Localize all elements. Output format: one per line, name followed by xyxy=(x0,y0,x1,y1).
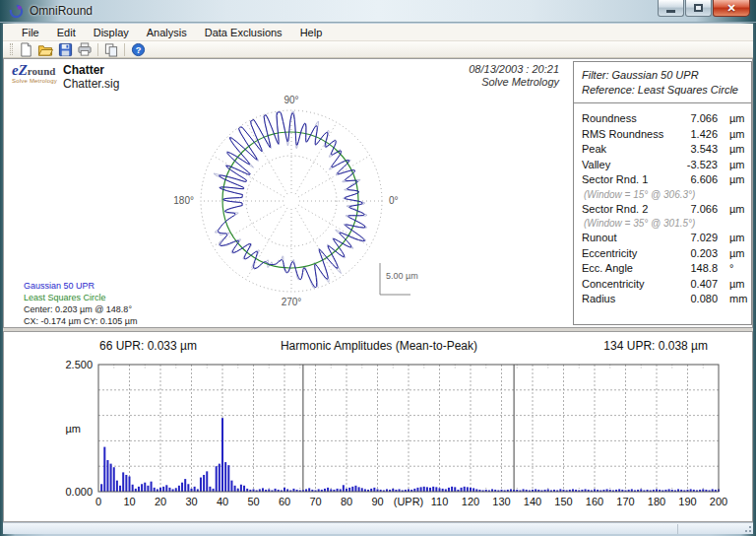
svg-text:90: 90 xyxy=(371,496,383,507)
menu-item-analysis[interactable]: Analysis xyxy=(138,25,196,40)
result-value: 1.426 xyxy=(676,127,718,143)
svg-text:60: 60 xyxy=(279,496,290,507)
svg-text:(UPR): (UPR) xyxy=(394,496,424,507)
help-button[interactable]: ? xyxy=(128,41,148,57)
menu-item-data-exclusions[interactable]: Data Exclusions xyxy=(196,25,291,40)
statusbar-divider xyxy=(677,524,678,534)
result-value: 7.066 xyxy=(676,202,718,218)
result-label: Runout xyxy=(582,231,676,246)
svg-text:20: 20 xyxy=(155,496,166,507)
result-unit: µm xyxy=(718,202,743,218)
filter-line: Filter: Gaussian 50 UPR xyxy=(582,68,743,83)
help-icon: ? xyxy=(131,42,146,57)
legend-center: Center: 0.203 µm @ 148.8° xyxy=(24,303,137,315)
results-header: Filter: Gaussian 50 UPR Reference: Least… xyxy=(574,62,751,103)
new-icon xyxy=(19,42,33,57)
result-row-runout: Runout7.029µm xyxy=(582,231,743,246)
result-unit: µm xyxy=(718,246,743,262)
result-row-ecc-angle: Ecc. Angle148.8° xyxy=(582,261,743,277)
harmonics-view: 66 UPR: 0.033 µm Harmonic Amplitudes (Me… xyxy=(3,331,753,522)
app-icon xyxy=(9,4,24,19)
resize-grip[interactable] xyxy=(742,523,752,533)
svg-text:150: 150 xyxy=(554,496,572,507)
result-value: 148.8 xyxy=(676,261,718,277)
menu-item-help[interactable]: Help xyxy=(291,25,332,40)
result-unit: µm xyxy=(718,172,743,188)
reference-line: Reference: Least Squares Circle xyxy=(582,83,743,98)
svg-text:30: 30 xyxy=(185,496,197,507)
roundness-view: eZround Solve Metrology Chatter Chatter.… xyxy=(3,58,753,328)
result-unit: ° xyxy=(718,261,743,277)
result-row-concentricity: Concentricity0.407µm xyxy=(582,277,743,293)
result-window-note: (Window = 15° @ 306.3°) xyxy=(582,188,743,202)
copy-icon xyxy=(103,42,119,57)
polar-scale-label: 5.00 µm xyxy=(386,271,418,281)
result-value: 3.543 xyxy=(676,142,718,158)
window-controls: ✕ xyxy=(657,0,750,17)
result-label: Concentricity xyxy=(582,277,676,293)
svg-text:270°: 270° xyxy=(282,297,302,307)
legend-filter: Gaussian 50 UPR xyxy=(24,280,137,292)
result-unit: µm xyxy=(718,158,743,173)
results-rows: Roundness7.066µmRMS Roundness1.426µmPeak… xyxy=(574,103,751,307)
harmonic-amplitudes-chart: 0102030405060708090(UPR)1101201301401501… xyxy=(4,332,752,521)
svg-text:140: 140 xyxy=(524,496,541,507)
toolbar-grip[interactable] xyxy=(10,43,13,55)
result-window-note: (Window = 35° @ 301.5°) xyxy=(582,217,743,231)
svg-text:160: 160 xyxy=(586,496,603,507)
result-row-valley: Valley-3.523µm xyxy=(582,158,743,173)
window-title: OmniRound xyxy=(30,4,93,18)
minimize-icon xyxy=(666,10,675,13)
result-unit: µm xyxy=(718,277,743,293)
open-button[interactable] xyxy=(35,41,55,57)
svg-text:200: 200 xyxy=(710,496,727,507)
svg-text:0.000: 0.000 xyxy=(65,486,93,498)
result-unit: µm xyxy=(718,111,743,127)
close-button[interactable]: ✕ xyxy=(713,0,750,17)
svg-text:180: 180 xyxy=(648,496,665,507)
client-area: eZround Solve Metrology Chatter Chatter.… xyxy=(3,58,753,522)
minimize-button[interactable] xyxy=(658,0,684,17)
svg-text:2.500: 2.500 xyxy=(65,359,93,370)
result-label: Peak xyxy=(582,142,676,158)
svg-text:0: 0 xyxy=(95,496,101,507)
svg-text:120: 120 xyxy=(462,496,479,507)
result-unit: µm xyxy=(718,231,743,246)
title-bar[interactable]: OmniRound ✕ xyxy=(0,0,756,23)
result-label: RMS Roundness xyxy=(582,127,676,143)
legend-cxcy: CX: -0.174 µm CY: 0.105 µm xyxy=(24,315,137,327)
svg-text:70: 70 xyxy=(309,496,321,507)
svg-text:40: 40 xyxy=(217,496,228,507)
result-unit: µm xyxy=(718,127,743,143)
menu-item-edit[interactable]: Edit xyxy=(48,25,85,40)
results-panel: Filter: Gaussian 50 UPR Reference: Least… xyxy=(573,61,752,325)
copy-button[interactable] xyxy=(101,41,121,57)
result-label: Sector Rnd. 2 xyxy=(582,202,676,218)
result-label: Radius xyxy=(582,292,676,307)
toolbar-separator xyxy=(124,43,125,56)
svg-text:170: 170 xyxy=(616,496,634,507)
result-row-rms-roundness: RMS Roundness1.426µm xyxy=(582,127,743,143)
result-label: Roundness xyxy=(582,111,676,127)
legend-reference: Least Squares Circle xyxy=(24,292,137,303)
svg-text:90°: 90° xyxy=(284,95,298,105)
menu-item-file[interactable]: File xyxy=(13,25,48,40)
toolbar-separator xyxy=(97,43,98,56)
print-button[interactable] xyxy=(75,41,94,57)
menu-item-display[interactable]: Display xyxy=(85,25,138,40)
result-value: 0.080 xyxy=(676,292,718,307)
svg-text:10: 10 xyxy=(123,496,135,507)
app-window: OmniRound ✕ FileEditDisplayAnalysisData … xyxy=(0,0,756,536)
maximize-button[interactable] xyxy=(685,0,712,17)
menu-bar: FileEditDisplayAnalysisData ExclusionsHe… xyxy=(3,24,753,41)
maximize-icon xyxy=(694,4,703,12)
result-label: Valley xyxy=(582,158,676,173)
svg-text:190: 190 xyxy=(678,496,696,507)
result-label: Sector Rnd. 1 xyxy=(582,172,676,188)
save-button[interactable] xyxy=(55,41,75,57)
new-button[interactable] xyxy=(16,41,35,57)
result-value: 0.407 xyxy=(676,277,718,293)
result-value: 7.066 xyxy=(676,111,718,127)
svg-text:?: ? xyxy=(135,45,141,55)
close-icon: ✕ xyxy=(726,2,735,15)
